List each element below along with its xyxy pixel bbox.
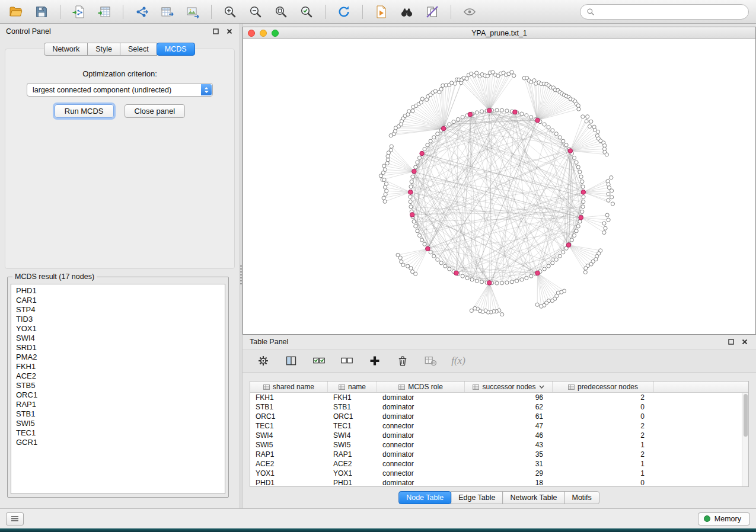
network-node[interactable] — [581, 205, 585, 209]
network-node[interactable] — [564, 143, 568, 147]
zoom-fit-button[interactable] — [272, 3, 290, 21]
network-node[interactable] — [584, 267, 588, 270]
network-node[interactable] — [486, 74, 489, 78]
network-node[interactable] — [436, 132, 439, 136]
network-node[interactable] — [407, 110, 411, 113]
table-row[interactable]: SWI5SWI5connector431 — [250, 440, 748, 450]
open-session-button[interactable] — [7, 3, 25, 21]
network-node[interactable] — [429, 139, 432, 143]
network-node[interactable] — [480, 280, 484, 284]
network-node[interactable] — [554, 132, 558, 136]
network-node[interactable] — [409, 185, 413, 188]
network-node[interactable] — [582, 195, 585, 198]
optimization-criterion-select[interactable]: largest connected component (undirected) — [27, 83, 213, 97]
search-network-button[interactable] — [398, 3, 416, 21]
network-node[interactable] — [607, 192, 610, 196]
network-node[interactable] — [551, 129, 554, 132]
network-node[interactable] — [417, 233, 421, 237]
table-row[interactable]: ORC1ORC1dominator610 — [250, 412, 748, 421]
table-panel-close-button[interactable] — [741, 338, 749, 346]
network-node[interactable] — [576, 104, 580, 107]
network-node[interactable] — [558, 136, 562, 139]
column-header-predecessor-nodes[interactable]: predecessor nodes — [553, 382, 654, 392]
column-header-MCDS-role[interactable]: MCDS role — [377, 382, 465, 392]
table-settings-button[interactable] — [256, 353, 271, 368]
network-node[interactable] — [473, 306, 477, 310]
deselect-all-button[interactable] — [339, 353, 355, 368]
network-node[interactable] — [439, 261, 443, 265]
mcds-result-item[interactable]: ORC1 — [11, 390, 225, 400]
export-image-button[interactable] — [184, 3, 202, 21]
network-node[interactable] — [535, 303, 539, 306]
network-node[interactable] — [500, 108, 503, 112]
search-input[interactable] — [598, 7, 742, 16]
network-node[interactable] — [465, 276, 469, 280]
mcds-result-item[interactable]: ACE2 — [11, 371, 225, 381]
network-hub-node[interactable] — [566, 243, 571, 248]
network-node[interactable] — [412, 220, 416, 223]
network-node[interactable] — [558, 254, 562, 258]
network-hub-node[interactable] — [412, 169, 417, 174]
network-node[interactable] — [385, 161, 389, 165]
table-scrollbar[interactable] — [742, 393, 748, 486]
network-node[interactable] — [382, 196, 385, 200]
mcds-result-item[interactable]: TEC1 — [11, 428, 225, 438]
export-table-button[interactable] — [158, 3, 176, 21]
network-node[interactable] — [505, 281, 509, 284]
network-node[interactable] — [605, 153, 608, 156]
network-node[interactable] — [439, 87, 443, 91]
network-node[interactable] — [547, 264, 550, 268]
network-node[interactable] — [500, 281, 503, 285]
table-row[interactable]: YOX1YOX1connector291 — [250, 469, 748, 478]
network-node[interactable] — [589, 262, 593, 266]
network-node[interactable] — [576, 225, 580, 228]
network-canvas[interactable] — [243, 39, 755, 334]
network-node[interactable] — [475, 111, 479, 114]
network-node[interactable] — [607, 198, 610, 202]
column-header-shared-name[interactable]: shared name — [250, 382, 328, 392]
network-node[interactable] — [385, 189, 388, 193]
network-node[interactable] — [416, 229, 419, 233]
mcds-result-item[interactable]: PMA2 — [11, 352, 225, 362]
network-node[interactable] — [452, 120, 455, 124]
network-node[interactable] — [583, 270, 587, 274]
table-row[interactable]: SWI4SWI4dominator462 — [250, 431, 748, 440]
network-node[interactable] — [383, 200, 387, 203]
network-node[interactable] — [475, 71, 479, 75]
network-node[interactable] — [578, 170, 582, 174]
delete-table-button[interactable] — [423, 353, 438, 368]
network-node[interactable] — [581, 115, 585, 118]
network-node[interactable] — [550, 299, 554, 303]
network-hub-node[interactable] — [454, 271, 459, 275]
network-node[interactable] — [512, 74, 516, 78]
table-panel-float-button[interactable] — [727, 338, 735, 346]
zoom-in-button[interactable] — [221, 3, 239, 21]
network-node[interactable] — [461, 116, 464, 119]
tab-select[interactable]: Select — [120, 43, 157, 56]
network-node[interactable] — [389, 148, 393, 152]
close-panel-button[interactable]: Close panel — [125, 104, 186, 118]
network-node[interactable] — [448, 123, 451, 126]
add-column-button[interactable] — [367, 353, 382, 368]
network-node[interactable] — [540, 305, 543, 308]
network-node[interactable] — [495, 281, 499, 285]
mcds-result-item[interactable]: FKH1 — [11, 362, 225, 371]
network-node[interactable] — [470, 278, 474, 281]
network-node[interactable] — [420, 238, 424, 242]
network-node[interactable] — [547, 126, 550, 129]
mcds-result-item[interactable]: CAR1 — [11, 296, 225, 305]
network-hub-node[interactable] — [441, 126, 446, 131]
network-node[interactable] — [400, 260, 403, 264]
control-panel-float-button[interactable] — [212, 27, 220, 36]
network-node[interactable] — [409, 200, 412, 203]
save-session-button[interactable] — [33, 3, 50, 21]
network-node[interactable] — [610, 189, 614, 193]
table-row[interactable]: TEC1TEC1connector472 — [250, 421, 748, 431]
network-node[interactable] — [406, 264, 410, 268]
network-hub-node[interactable] — [487, 108, 492, 113]
network-node[interactable] — [423, 242, 426, 246]
network-node[interactable] — [515, 279, 519, 283]
network-hub-node[interactable] — [579, 216, 583, 220]
network-node[interactable] — [414, 225, 417, 228]
network-node[interactable] — [448, 267, 451, 271]
